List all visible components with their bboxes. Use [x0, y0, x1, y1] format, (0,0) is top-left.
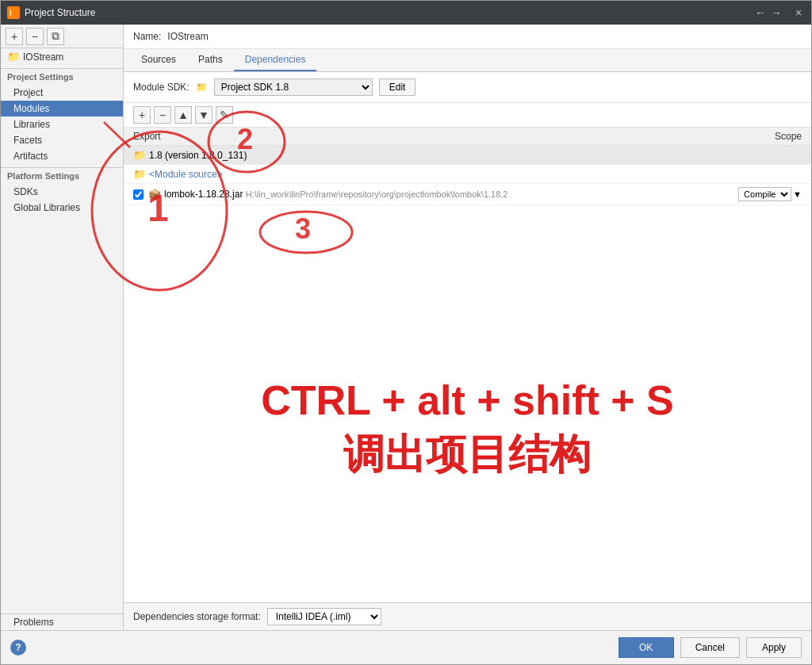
tab-dependencies-label: Dependencies [245, 54, 306, 65]
tab-sources[interactable]: Sources [130, 49, 187, 71]
module-name-value: IOStream [167, 31, 208, 42]
lombok-scope-select[interactable]: Compile [738, 187, 791, 201]
svg-text:I: I [10, 9, 12, 17]
sdk-group-name: 1.8 (version 1.8.0_131) [149, 150, 802, 161]
sidebar-item-modules[interactable]: Modules [1, 101, 123, 117]
module-folder-icon: 📁 [7, 51, 20, 63]
tab-sources-label: Sources [141, 54, 176, 65]
deps-toolbar: + − ▲ ▼ ✎ [124, 103, 811, 128]
bottom-bar: Dependencies storage format: IntelliJ ID… [124, 602, 811, 630]
table-row[interactable]: 📦 lombok-1.18.28.jar H:\lin_work\linPro\… [124, 184, 811, 205]
name-bar: Name: IOStream [124, 25, 811, 49]
sidebar-modules-label: Modules [13, 103, 49, 114]
module-iostream-item[interactable]: 📁 IOStream [1, 48, 123, 65]
storage-format-label: Dependencies storage format: [133, 611, 261, 622]
sdk-edit-button[interactable]: Edit [379, 78, 416, 96]
add-module-button[interactable]: + [6, 28, 23, 45]
remove-module-button[interactable]: − [26, 28, 44, 45]
help-button[interactable]: ? [10, 640, 26, 655]
sidebar-item-problems[interactable]: Problems [1, 614, 123, 630]
sidebar-libraries-label: Libraries [13, 119, 50, 130]
shortcut-text: CTRL + alt + shift + S [261, 374, 674, 428]
sidebar-facets-label: Facets [13, 135, 42, 146]
export-column-header: Export [133, 131, 775, 142]
sidebar-problems-label: Problems [13, 617, 54, 628]
shortcut-description: 调出项目结构 [261, 428, 674, 482]
jar-icon: 📦 [148, 189, 161, 201]
right-panel: Name: IOStream Sources Paths Dependencie… [124, 25, 811, 630]
sidebar-item-facets[interactable]: Facets [1, 132, 123, 148]
sidebar-item-sdks[interactable]: SDKs [1, 184, 123, 200]
tabs-bar: Sources Paths Dependencies [124, 49, 811, 72]
lombok-path: H:\lin_work\linPro\frame\repository\org\… [246, 189, 508, 199]
window-controls: ← → × [754, 6, 805, 19]
module-iostream-label: IOStream [23, 52, 63, 63]
sdk-label: Module SDK: [133, 82, 190, 93]
sidebar-sdks-label: SDKs [13, 186, 38, 197]
main-area: 1 2 3 + − ⧉ 📁 IOStream Project Settings [1, 25, 811, 630]
deps-edit-button[interactable]: ✎ [216, 106, 233, 124]
sdk-select[interactable]: Project SDK 1.8 [214, 78, 373, 96]
sdk-folder-icon: 📁 [196, 82, 208, 93]
footer-buttons: ? OK Cancel Apply [1, 630, 811, 664]
sidebar-project-label: Project [13, 87, 43, 98]
tab-paths[interactable]: Paths [187, 49, 234, 71]
sidebar-item-libraries[interactable]: Libraries [1, 117, 123, 132]
sidebar-item-project[interactable]: Project [1, 85, 123, 101]
help-icon-label: ? [15, 642, 21, 653]
table-row[interactable]: 📁 <Module source> [124, 165, 811, 184]
deps-move-up-button[interactable]: ▲ [174, 106, 192, 124]
table-row[interactable]: 📁 1.8 (version 1.8.0_131) [124, 146, 811, 165]
project-settings-header: Project Settings [1, 69, 123, 85]
deps-move-down-button[interactable]: ▼ [195, 106, 213, 124]
module-source-name: <Module source> [149, 169, 802, 180]
sdk-group-icon: 📁 [133, 149, 146, 161]
sidebar-item-artifacts[interactable]: Artifacts [1, 148, 123, 164]
close-button[interactable]: × [792, 6, 805, 19]
copy-module-button[interactable]: ⧉ [47, 28, 64, 45]
sidebar: + − ⧉ 📁 IOStream Project Settings Projec… [1, 25, 124, 630]
project-structure-dialog: I Project Structure ← → × 1 2 3 + [0, 0, 812, 665]
sidebar-toolbar: + − ⧉ [1, 25, 123, 48]
ok-button[interactable]: OK [619, 637, 674, 658]
apply-button[interactable]: Apply [746, 637, 802, 658]
platform-settings-header: Platform Settings [1, 168, 123, 184]
sidebar-global-libraries-label: Global Libraries [13, 202, 80, 213]
annotation-area: CTRL + alt + shift + S 调出项目结构 [124, 350, 811, 602]
tab-paths-label: Paths [198, 54, 223, 65]
module-source-icon: 📁 [133, 168, 146, 180]
deps-remove-button[interactable]: − [154, 106, 171, 124]
title-bar: I Project Structure ← → × [1, 1, 811, 25]
window-title: Project Structure [25, 7, 754, 18]
scope-column-header: Scope [775, 131, 802, 142]
forward-button[interactable]: → [770, 6, 783, 19]
lombok-jar-name: lombok-1.18.28.jar H:\lin_work\linPro\fr… [164, 189, 738, 200]
cancel-button[interactable]: Cancel [680, 637, 740, 658]
lombok-checkbox[interactable] [133, 189, 144, 200]
tab-dependencies[interactable]: Dependencies [234, 49, 317, 71]
name-label: Name: [133, 31, 161, 42]
app-icon: I [7, 6, 20, 19]
back-button[interactable]: ← [754, 6, 767, 19]
sidebar-item-global-libraries[interactable]: Global Libraries [1, 200, 123, 216]
scope-dropdown-arrow: ▼ [793, 189, 802, 199]
shortcut-annotation: CTRL + alt + shift + S 调出项目结构 [261, 374, 674, 481]
deps-list: 📁 1.8 (version 1.8.0_131) 📁 <Module sour… [124, 146, 811, 350]
sdk-bar: Module SDK: 📁 Project SDK 1.8 Edit [124, 72, 811, 103]
deps-table-header: Export Scope [124, 128, 811, 146]
deps-add-button[interactable]: + [133, 106, 151, 124]
sidebar-artifacts-label: Artifacts [13, 151, 48, 162]
storage-format-select[interactable]: IntelliJ IDEA (.iml) [267, 608, 381, 625]
